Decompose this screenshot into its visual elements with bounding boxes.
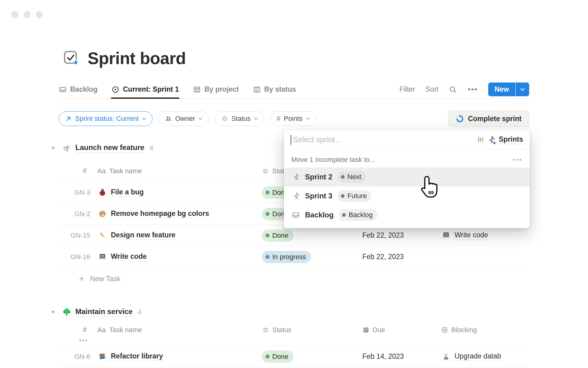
option-label: Backlog (305, 211, 334, 219)
view-tabs-bar: Backlog Current: Sprint 1 By project By … (59, 80, 529, 99)
collapse-toggle-icon[interactable] (51, 310, 55, 314)
laptop-icon (97, 253, 107, 261)
people-icon (165, 115, 172, 122)
new-dropdown-button[interactable] (516, 82, 529, 96)
status-dot (266, 355, 270, 358)
status-pill[interactable]: In progress (262, 251, 311, 263)
new-button-group: New (488, 82, 529, 96)
window-zoom-button[interactable] (36, 11, 43, 18)
text-type-icon: Aa (97, 326, 106, 334)
column-header-id[interactable]: # (59, 167, 90, 175)
column-header-blocking[interactable]: Blocking (441, 326, 529, 334)
sort-button[interactable]: Sort (425, 85, 438, 94)
window-controls (11, 11, 43, 18)
hash-icon: # (277, 114, 281, 123)
complete-sprint-button[interactable]: Complete sprint (448, 110, 529, 127)
books-icon (97, 352, 107, 361)
chevron-down-icon (142, 117, 146, 121)
table-header-row: # Aa Task name Status Due Blocking •• (59, 324, 529, 346)
move-tasks-popup: Select sprint... In Sprints Move 1 incom… (284, 130, 530, 228)
group-count: 4 (149, 144, 153, 152)
rocket-icon (61, 144, 72, 153)
task-link[interactable]: File a bug (111, 188, 144, 197)
more-options-button[interactable]: ••• (468, 85, 477, 94)
group-title[interactable]: Launch new feature (75, 143, 144, 153)
new-task-label: New Task (90, 275, 120, 283)
inbox-icon (59, 86, 67, 94)
column-header-task[interactable]: Aa Task name (90, 167, 262, 175)
cursor-pointer-hand (419, 175, 441, 200)
task-link[interactable]: Refactor library (111, 352, 163, 361)
window-minimize-button[interactable] (24, 11, 31, 18)
task-link[interactable]: Write code (111, 252, 147, 261)
board-columns-icon (253, 86, 261, 94)
task-id: GN-6 (59, 353, 90, 361)
task-link[interactable]: Remove homepage bg colors (111, 209, 209, 218)
chevron-down-icon (520, 87, 525, 92)
text-caret (291, 135, 291, 145)
blocking-relation-link[interactable]: Write code (454, 231, 488, 240)
popup-section-header: Move 1 incomplete task to... ••• (284, 150, 530, 167)
status-pill[interactable]: Done (262, 351, 293, 363)
blocking-relation-link[interactable]: Upgrade datab (454, 352, 501, 361)
option-backlog[interactable]: Backlog Backlog (284, 205, 530, 224)
status-spinner-icon (262, 326, 269, 334)
view-toolbar: Filter Sort ••• New (399, 82, 529, 96)
task-link[interactable]: Design new feature (111, 231, 175, 240)
sprint-status-badge: Next (337, 171, 366, 183)
runner-star-icon (487, 136, 496, 144)
column-header-status[interactable]: Status (262, 326, 362, 334)
filter-button[interactable]: Filter (399, 85, 415, 94)
status-pill[interactable]: Done (262, 229, 293, 242)
table-more-button[interactable]: ••• (79, 336, 90, 344)
scope-link-sprints[interactable]: In Sprints (478, 135, 523, 144)
checkbox-star-icon (62, 49, 80, 67)
complete-sprint-label: Complete sprint (468, 115, 522, 123)
option-sprint-2[interactable]: Sprint 2 Next (284, 167, 530, 186)
column-header-id[interactable]: # (59, 326, 90, 334)
chevron-down-icon (198, 117, 203, 121)
group-count: 4 (138, 308, 141, 316)
column-header-task[interactable]: Aa Task name (90, 326, 262, 334)
technologist-icon (441, 352, 451, 361)
badge-dot (342, 213, 346, 217)
tab-by-status[interactable]: By status (253, 80, 296, 98)
group-title[interactable]: Maintain service (75, 307, 133, 317)
chip-label: Status (232, 115, 251, 123)
tab-by-project[interactable]: By project (193, 80, 239, 98)
popup-more-button[interactable]: ••• (513, 156, 522, 164)
due-date[interactable]: Feb 14, 2023 (362, 352, 404, 361)
option-sprint-3[interactable]: Sprint 3 Future (284, 186, 530, 205)
new-task-button[interactable]: + New Task (59, 268, 529, 290)
sprint-status-badge: Future (337, 190, 371, 202)
chip-points[interactable]: # Points (270, 111, 316, 126)
status-dot (266, 212, 270, 216)
chip-label: Sprint status: Current (75, 115, 139, 123)
blocking-hexagon-icon (441, 326, 448, 334)
ladybug-icon (97, 188, 107, 197)
laptop-icon (441, 231, 451, 240)
chip-label: Owner (175, 115, 195, 123)
chevron-down-icon (254, 117, 258, 121)
chip-status[interactable]: Status (215, 111, 264, 126)
popup-section-label: Move 1 incomplete task to... (291, 156, 375, 164)
sprint-search-input[interactable]: Select sprint... (293, 135, 341, 144)
filter-bar: Sprint status: Current Owner Status # Po… (59, 110, 529, 127)
chip-sprint-status[interactable]: Sprint status: Current (59, 111, 153, 126)
inbox-icon (292, 211, 300, 219)
scope-name: Sprints (499, 135, 523, 144)
table-row: GN-6 Refactor library Done Feb 14, 2023 … (59, 346, 529, 367)
table-row: GN-16 Write code In progress Feb 22, 202… (59, 246, 529, 268)
arrow-up-right-icon (65, 115, 72, 122)
tab-current-sprint[interactable]: Current: Sprint 1 (111, 80, 179, 98)
due-date[interactable]: Feb 22, 2023 (362, 231, 404, 240)
runner-icon (292, 173, 300, 181)
window-close-button[interactable] (11, 11, 18, 18)
chip-owner[interactable]: Owner (159, 111, 209, 126)
search-icon[interactable] (449, 85, 457, 94)
collapse-toggle-icon[interactable] (51, 146, 55, 150)
tab-backlog[interactable]: Backlog (59, 80, 97, 98)
new-button[interactable]: New (488, 82, 515, 96)
column-header-due[interactable]: Due (362, 326, 441, 334)
due-date[interactable]: Feb 22, 2023 (362, 253, 404, 261)
